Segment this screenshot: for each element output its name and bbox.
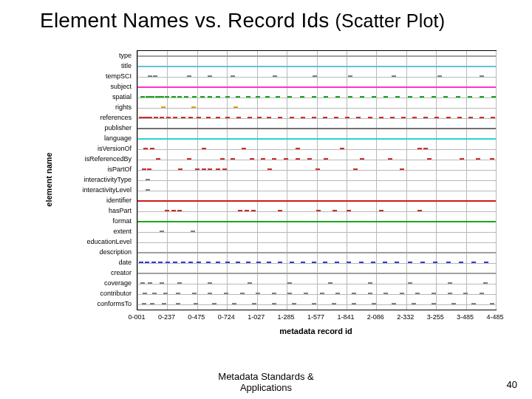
point xyxy=(246,96,250,98)
point xyxy=(150,303,154,304)
point xyxy=(300,96,304,98)
x-tick: 4-485 xyxy=(486,313,503,321)
point xyxy=(352,303,356,304)
point xyxy=(202,168,206,170)
x-tick: 2-332 xyxy=(397,313,414,321)
y-tick: subject xyxy=(110,83,132,90)
point xyxy=(432,293,436,294)
point xyxy=(256,96,260,98)
point xyxy=(483,282,488,284)
y-tick: isVersionOf xyxy=(98,145,132,152)
point xyxy=(320,293,324,294)
point xyxy=(267,168,272,170)
point xyxy=(206,117,211,118)
point xyxy=(368,117,372,118)
x-tick: 0-237 xyxy=(158,313,175,321)
point xyxy=(313,75,317,77)
point xyxy=(392,75,396,77)
point xyxy=(240,293,245,294)
point xyxy=(335,262,339,263)
point xyxy=(256,293,260,294)
point xyxy=(347,210,351,211)
point xyxy=(148,75,152,77)
x-tick: 0-475 xyxy=(188,313,205,321)
point xyxy=(480,293,484,294)
series-format xyxy=(137,221,496,222)
point xyxy=(191,106,196,108)
x-tick: 1-285 xyxy=(278,313,295,321)
point xyxy=(412,303,416,304)
point xyxy=(468,96,472,98)
point xyxy=(165,96,169,98)
point xyxy=(166,262,170,263)
y-tick: type xyxy=(119,52,132,59)
y-tick: interactivityType xyxy=(83,176,132,183)
point xyxy=(257,117,262,118)
point xyxy=(177,282,182,284)
point xyxy=(446,117,451,118)
point xyxy=(335,96,340,98)
point xyxy=(372,96,376,98)
point xyxy=(216,168,220,170)
point xyxy=(480,96,484,98)
y-tick: creator xyxy=(111,269,132,276)
point xyxy=(400,168,404,170)
point xyxy=(383,96,388,98)
point xyxy=(272,293,276,294)
point xyxy=(236,117,241,118)
point xyxy=(208,293,212,294)
point xyxy=(352,293,356,294)
point xyxy=(284,158,288,160)
y-tick: isReferencedBy xyxy=(84,155,132,163)
point xyxy=(312,117,316,118)
y-tick: interactivityLevel xyxy=(82,186,132,194)
point xyxy=(206,262,211,263)
point xyxy=(212,303,216,304)
point xyxy=(334,117,338,118)
point xyxy=(296,158,300,160)
point xyxy=(348,96,352,98)
point xyxy=(287,96,292,98)
point xyxy=(154,117,158,118)
point xyxy=(246,262,250,263)
y-tick-labels: typetitletempSCIsubjectspatialrightsrefe… xyxy=(38,50,134,309)
point xyxy=(208,96,212,98)
point xyxy=(178,168,183,170)
y-tick: date xyxy=(118,259,132,266)
point xyxy=(304,293,308,294)
y-tick: isPartOf xyxy=(107,166,132,173)
series-description xyxy=(137,252,496,253)
point xyxy=(392,303,396,304)
point xyxy=(480,117,484,118)
point xyxy=(446,262,451,263)
point xyxy=(368,282,372,284)
point xyxy=(356,117,361,118)
point xyxy=(220,158,225,160)
point xyxy=(146,96,150,98)
x-tick: 1-027 xyxy=(248,313,265,321)
point xyxy=(225,117,230,118)
point xyxy=(236,96,240,98)
point xyxy=(463,293,468,294)
point xyxy=(312,96,316,98)
point xyxy=(267,117,271,118)
point xyxy=(160,96,164,98)
point xyxy=(390,117,395,118)
point xyxy=(379,117,383,118)
x-tick: 0-001 xyxy=(128,313,145,321)
point xyxy=(151,262,156,263)
point xyxy=(432,303,436,304)
point xyxy=(476,158,480,160)
y-tick: extent xyxy=(113,228,132,235)
y-tick: publisher xyxy=(104,124,132,132)
point xyxy=(480,75,484,77)
point xyxy=(324,158,328,160)
point xyxy=(148,282,152,284)
title-main: Element Names vs. Record Ids xyxy=(40,9,335,32)
point xyxy=(451,303,456,304)
point xyxy=(202,148,206,149)
point xyxy=(252,303,256,304)
series-type xyxy=(137,55,496,57)
point xyxy=(208,75,212,77)
x-tick: 2-086 xyxy=(367,313,384,321)
